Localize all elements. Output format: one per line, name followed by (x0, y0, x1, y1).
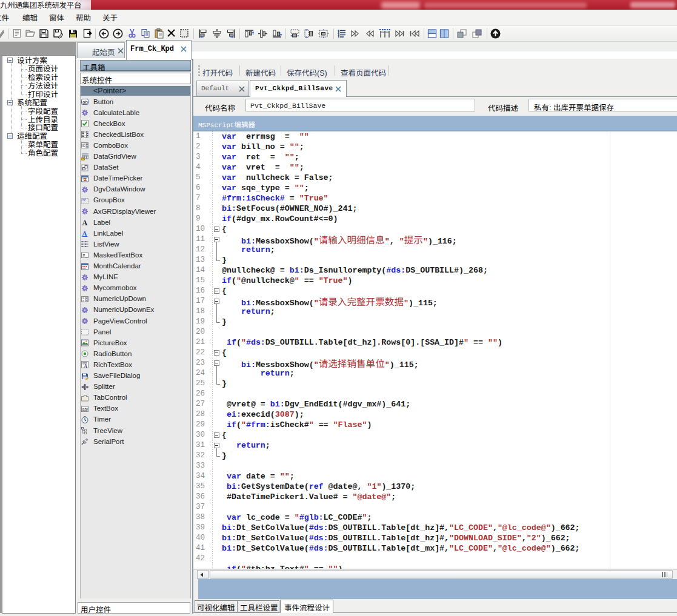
svg-text:abl: abl (82, 407, 88, 411)
svg-text:A: A (82, 230, 87, 237)
svg-text:xy: xy (82, 197, 87, 200)
svg-text:ab: ab (82, 99, 88, 105)
svg-text:#_: #_ (82, 253, 88, 258)
svg-text:A: A (84, 363, 88, 368)
svg-text:2: 2 (82, 299, 84, 302)
svg-text:A: A (82, 219, 88, 226)
